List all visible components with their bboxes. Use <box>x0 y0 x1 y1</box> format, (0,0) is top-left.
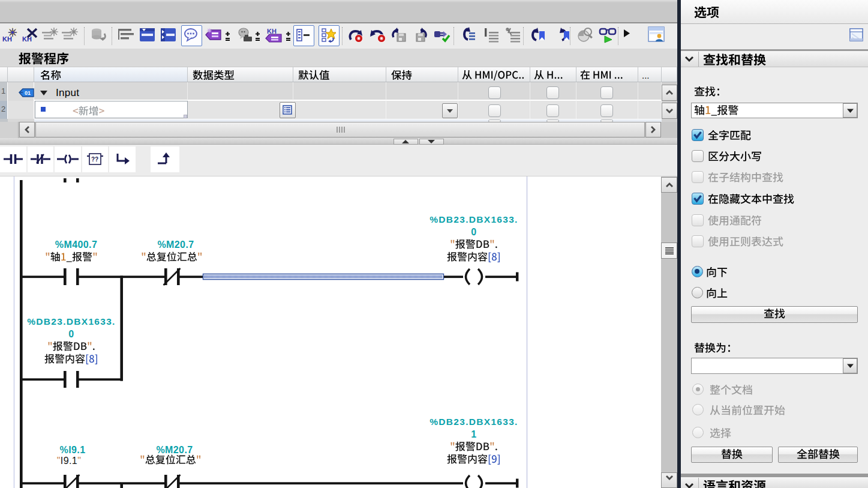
svg-text:??: ?? <box>91 156 98 163</box>
svg-text:KH: KH <box>267 28 277 35</box>
svg-text:KH: KH <box>2 35 12 43</box>
svg-text:01: 01 <box>25 90 31 96</box>
